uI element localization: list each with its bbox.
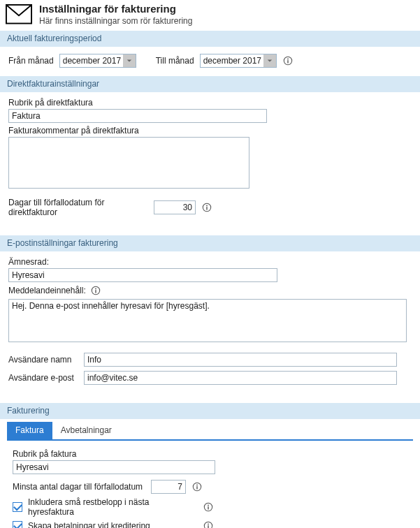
- svg-rect-12: [196, 486, 197, 489]
- direct-days-input[interactable]: [154, 200, 196, 214]
- sender-email-label: Avsändare e-post: [8, 373, 78, 383]
- sender-email-input[interactable]: [84, 371, 397, 385]
- info-icon[interactable]: [191, 481, 203, 492]
- info-icon[interactable]: [282, 55, 294, 66]
- svg-rect-6: [206, 207, 207, 210]
- page-title: Inställningar för fakturering: [39, 3, 192, 15]
- tabs: Faktura Avbetalningar: [7, 422, 413, 441]
- direct-comment-label: Fakturakommentar på direktfaktura: [8, 126, 412, 135]
- from-month-value: december 2017: [60, 56, 123, 66]
- direct-rubrik-label: Rubrik på direktfaktura: [8, 98, 412, 108]
- page-subtitle: Här finns inställningar som rör fakturer…: [39, 15, 192, 27]
- svg-point-8: [95, 288, 96, 290]
- direct-rubrik-input[interactable]: [8, 109, 267, 123]
- email-body-textarea[interactable]: [8, 299, 407, 342]
- checkbox-create-payments[interactable]: [13, 521, 22, 528]
- chevron-down-icon: [263, 54, 276, 67]
- from-month-select[interactable]: december 2017: [59, 54, 136, 68]
- tab-avbetalningar[interactable]: Avbetalningar: [52, 422, 120, 439]
- info-icon[interactable]: [201, 202, 212, 213]
- section-heading-invoice: Fakturering: [0, 403, 420, 419]
- invoice-rubrik-label: Rubrik på faktura: [13, 449, 407, 459]
- info-icon[interactable]: [90, 285, 101, 296]
- to-month-value: december 2017: [201, 56, 263, 66]
- min-days-label: Minsta antal dagar till förfallodatum: [13, 482, 145, 492]
- checkbox-include-small-rest[interactable]: [13, 502, 22, 512]
- chk2-label: Skapa betalningar vid kreditering: [28, 521, 197, 528]
- svg-rect-3: [287, 60, 288, 63]
- svg-rect-18: [208, 525, 208, 528]
- to-month-label: Till månad: [156, 56, 194, 66]
- email-body-label: Meddelandeinnehåll:: [8, 286, 86, 295]
- sender-name-input[interactable]: [84, 353, 397, 367]
- section-heading-direct: Direktfakturainställningar: [0, 76, 420, 92]
- direct-days-label: Dagar till förfallodatum för direktfaktu…: [8, 198, 148, 217]
- info-icon[interactable]: [203, 520, 214, 528]
- svg-point-14: [208, 505, 209, 506]
- min-days-input[interactable]: [151, 480, 186, 494]
- page-header: Inställningar för fakturering Här finns …: [0, 0, 420, 31]
- svg-point-5: [206, 205, 208, 207]
- header-text: Inställningar för fakturering Här finns …: [39, 3, 192, 27]
- section-heading-email: E-postinställningar fakturering: [0, 235, 420, 251]
- svg-rect-15: [208, 506, 208, 509]
- email-subject-input[interactable]: [8, 268, 277, 282]
- direct-comment-textarea[interactable]: [8, 137, 249, 189]
- invoice-rubrik-input[interactable]: [13, 460, 215, 474]
- envelope-icon: [6, 4, 32, 25]
- info-icon[interactable]: [203, 501, 214, 513]
- tab-faktura[interactable]: Faktura: [7, 422, 52, 439]
- svg-rect-9: [95, 290, 96, 293]
- chevron-down-icon: [123, 54, 136, 67]
- chk1-label: Inkludera små restbelopp i nästa hyresfa…: [28, 497, 197, 517]
- section-heading-period: Aktuell faktureringsperiod: [0, 31, 420, 47]
- email-subject-label: Ämnesrad:: [8, 257, 412, 267]
- to-month-select[interactable]: december 2017: [200, 54, 277, 68]
- from-month-label: Från månad: [8, 56, 54, 66]
- svg-point-2: [287, 59, 289, 60]
- svg-point-17: [208, 524, 209, 525]
- sender-name-label: Avsändare namn: [8, 355, 78, 365]
- svg-point-11: [196, 485, 198, 486]
